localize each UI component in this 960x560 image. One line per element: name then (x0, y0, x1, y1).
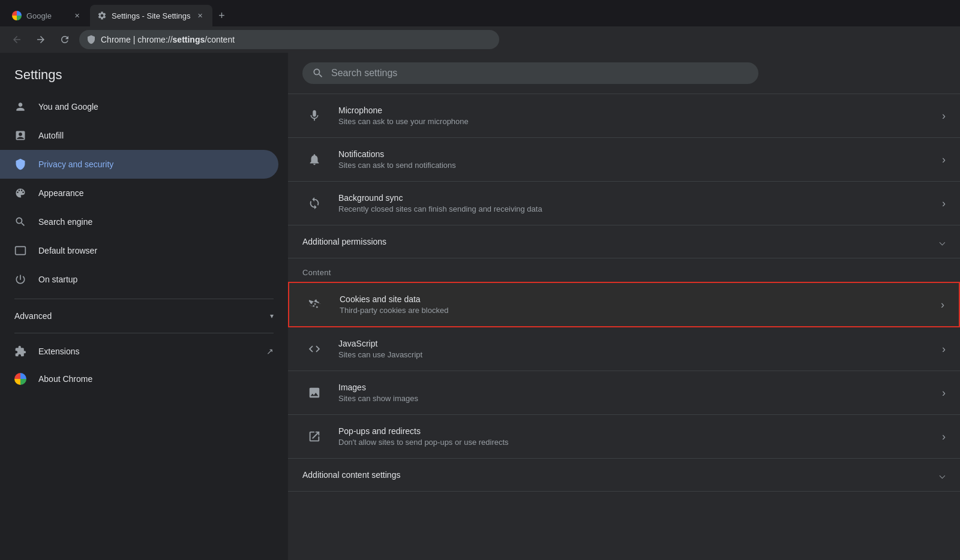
content-item-notifications[interactable]: Notifications Sites can ask to send noti… (288, 138, 960, 182)
address-suffix: /content (205, 35, 235, 44)
additional-permissions-expand-icon: ⌵ (939, 235, 946, 248)
content-item-javascript[interactable]: JavaScript Sites can use Javascript › (288, 327, 960, 371)
additional-permissions-section[interactable]: Additional permissions ⌵ (288, 225, 960, 258)
sidebar-item-default-browser-label: Default browser (38, 246, 97, 255)
sidebar-item-extensions[interactable]: Extensions ↗ (0, 338, 288, 365)
content-section-label: Content (302, 268, 331, 277)
popups-title: Pop-ups and redirects (338, 426, 930, 436)
microphone-arrow-icon: › (942, 110, 946, 122)
sidebar-divider-1 (14, 299, 274, 299)
javascript-arrow-icon: › (942, 343, 946, 356)
sidebar-item-appearance-label: Appearance (38, 188, 84, 198)
content-item-popups[interactable]: Pop-ups and redirects Don't allow sites … (288, 415, 960, 459)
javascript-title: JavaScript (338, 339, 930, 348)
sidebar-item-default-browser[interactable]: Default browser (0, 236, 278, 265)
images-title: Images (338, 383, 930, 392)
microphone-icon (302, 104, 326, 128)
app-container: Settings You and Google Autofill Privacy… (0, 53, 960, 560)
image-icon (302, 381, 326, 405)
palette-icon (14, 187, 26, 199)
background-sync-text: Background sync Recently closed sites ca… (338, 193, 930, 213)
advanced-chevron-icon: ▾ (270, 312, 274, 320)
sidebar-item-on-startup-label: On startup (38, 275, 77, 284)
cookies-text: Cookies and site data Third-party cookie… (340, 294, 929, 315)
microphone-subtitle: Sites can ask to use your microphone (338, 117, 930, 126)
additional-content-settings-label: Additional content settings (302, 470, 400, 480)
forward-button[interactable] (31, 30, 50, 49)
search-icon (312, 67, 324, 79)
notifications-text: Notifications Sites can ask to send noti… (338, 149, 930, 170)
cookie-icon (304, 293, 328, 317)
person-icon (14, 101, 26, 113)
extensions-external-icon: ↗ (266, 347, 274, 356)
search-engine-icon (14, 216, 26, 228)
content-item-background-sync[interactable]: Background sync Recently closed sites ca… (288, 182, 960, 225)
background-sync-arrow-icon: › (942, 197, 946, 210)
tab-settings[interactable]: Settings - Site Settings ✕ (90, 5, 212, 26)
sidebar-item-privacy-and-security[interactable]: Privacy and security (0, 150, 278, 179)
sidebar-item-about-chrome-label: About Chrome (38, 374, 92, 384)
sidebar-item-search-engine-label: Search engine (38, 217, 92, 227)
back-button[interactable] (7, 30, 26, 49)
sidebar-item-you-and-google[interactable]: You and Google (0, 92, 278, 121)
javascript-text: JavaScript Sites can use Javascript (338, 339, 930, 359)
address-bar[interactable]: Chrome | chrome://settings/content (79, 30, 499, 49)
additional-content-settings-expand-icon: ⌵ (939, 468, 946, 481)
about-chrome-icon (14, 373, 26, 385)
address-text: Chrome | chrome://settings/content (101, 35, 235, 44)
content-item-microphone[interactable]: Microphone Sites can ask to use your mic… (288, 94, 960, 138)
content-item-cookies[interactable]: Cookies and site data Third-party cookie… (288, 282, 960, 327)
sidebar-item-you-and-google-label: You and Google (38, 102, 98, 112)
sidebar-advanced[interactable]: Advanced ▾ (0, 304, 288, 328)
search-bar-container (288, 53, 960, 94)
cookies-subtitle: Third-party cookies are blocked (340, 306, 929, 315)
tab-google[interactable]: Google ✕ (5, 5, 89, 26)
extensions-icon (14, 345, 26, 357)
microphone-text: Microphone Sites can ask to use your mic… (338, 106, 930, 126)
sidebar-item-autofill[interactable]: Autofill (0, 121, 278, 150)
reload-button[interactable] (55, 30, 74, 49)
cookies-title: Cookies and site data (340, 294, 929, 304)
images-text: Images Sites can show images (338, 383, 930, 403)
sidebar-item-privacy-label: Privacy and security (38, 159, 113, 169)
sidebar-divider-2 (14, 333, 274, 333)
tab-close-google[interactable]: ✕ (72, 11, 82, 20)
sync-icon (302, 191, 326, 215)
svg-point-3 (314, 303, 316, 305)
search-bar[interactable] (302, 62, 758, 84)
sidebar-item-about-chrome[interactable]: About Chrome (0, 365, 278, 393)
svg-rect-0 (16, 246, 26, 254)
svg-point-2 (316, 306, 318, 308)
search-input[interactable] (331, 68, 749, 79)
advanced-label: Advanced (14, 311, 263, 321)
content-item-images[interactable]: Images Sites can show images › (288, 371, 960, 415)
sidebar: Settings You and Google Autofill Privacy… (0, 53, 288, 560)
sidebar-item-search-engine[interactable]: Search engine (0, 207, 278, 236)
tab-close-settings[interactable]: ✕ (196, 11, 205, 20)
javascript-subtitle: Sites can use Javascript (338, 350, 930, 359)
background-sync-title: Background sync (338, 193, 930, 203)
notifications-arrow-icon: › (942, 153, 946, 166)
default-browser-icon (14, 245, 26, 257)
tab-google-label: Google (26, 11, 52, 20)
tab-settings-label: Settings - Site Settings (112, 11, 191, 20)
popups-subtitle: Don't allow sites to send pop-ups or use… (338, 438, 930, 447)
popup-icon (302, 424, 326, 448)
privacy-shield-icon (14, 158, 26, 170)
browser-chrome: Google ✕ Settings - Site Settings ✕ + (0, 0, 960, 53)
new-tab-button[interactable]: + (214, 7, 230, 24)
extensions-label: Extensions (38, 347, 79, 356)
notifications-subtitle: Sites can ask to send notifications (338, 161, 930, 170)
code-icon (302, 337, 326, 361)
additional-content-settings-section[interactable]: Additional content settings ⌵ (288, 459, 960, 492)
background-sync-subtitle: Recently closed sites can finish sending… (338, 204, 930, 213)
power-icon (14, 273, 26, 285)
address-shield-icon (86, 35, 96, 44)
images-arrow-icon: › (942, 387, 946, 399)
bell-icon (302, 147, 326, 171)
nav-bar: Chrome | chrome://settings/content (0, 26, 960, 53)
sidebar-item-appearance[interactable]: Appearance (0, 179, 278, 207)
sidebar-item-on-startup[interactable]: On startup (0, 265, 278, 294)
cookies-arrow-icon: › (941, 299, 944, 311)
content-area: Microphone Sites can ask to use your mic… (288, 53, 960, 560)
